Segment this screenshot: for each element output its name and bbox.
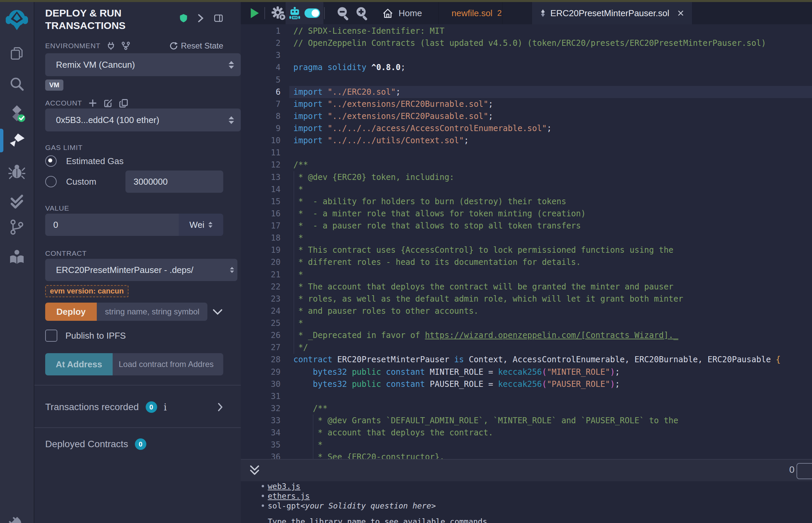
- value-input[interactable]: 0: [45, 214, 179, 236]
- at-address-input[interactable]: Load contract from Addres: [113, 353, 223, 375]
- line-number: 19: [241, 245, 289, 255]
- code-line[interactable]: 35 *: [241, 439, 812, 451]
- code-line[interactable]: 33 * @dev Grants `DEFAULT_ADMIN_ROLE`, `…: [241, 414, 812, 427]
- code-line[interactable]: 31: [241, 390, 812, 402]
- sidebar-item-file-explorer[interactable]: [0, 44, 34, 63]
- code-line[interactable]: 17 * - a pauser role that allows to stop…: [241, 220, 812, 232]
- code-line[interactable]: 9import "../../../access/AccessControlEn…: [241, 122, 812, 134]
- code-line[interactable]: 23 * roles, as well as the default admin…: [241, 293, 812, 305]
- estimated-gas-option[interactable]: Estimated Gas: [45, 154, 223, 168]
- terminal-link[interactable]: ethers.js: [268, 492, 310, 501]
- code-line[interactable]: 3: [241, 49, 812, 61]
- edit-icon[interactable]: [104, 98, 113, 108]
- ai-toggle-switch[interactable]: [304, 8, 320, 18]
- code-line[interactable]: 11: [241, 147, 812, 159]
- plus-icon[interactable]: [88, 98, 98, 108]
- deploy-button[interactable]: Deploy: [45, 303, 97, 321]
- code-line[interactable]: 19 * This contract uses {AccessControl} …: [241, 244, 812, 256]
- custom-gas-radio[interactable]: [45, 176, 57, 187]
- code-line[interactable]: 1// SPDX-License-Identifier: MIT: [241, 25, 812, 37]
- sidebar-item-deploy-run[interactable]: [0, 132, 34, 151]
- contract-select[interactable]: ERC20PresetMinterPauser - .deps/: [45, 259, 237, 281]
- code-line[interactable]: 8import "../extensions/ERC20Pausable.sol…: [241, 110, 812, 122]
- remix-logo[interactable]: [0, 7, 34, 32]
- code-line[interactable]: 7import "../extensions/ERC20Burnable.sol…: [241, 98, 812, 110]
- script-config-button[interactable]: [270, 2, 286, 24]
- line-content: * _Deprecated in favor of https://wizard…: [289, 330, 678, 340]
- code-line[interactable]: 5: [241, 74, 812, 86]
- at-address-button[interactable]: At Address: [45, 353, 113, 375]
- code-editor[interactable]: 1// SPDX-License-Identifier: MIT2// Open…: [241, 24, 812, 459]
- code-line[interactable]: 16 * - a minter role that allows for tok…: [241, 208, 812, 220]
- code-line[interactable]: 20 * different roles - head to its docum…: [241, 256, 812, 268]
- code-line[interactable]: 14 *: [241, 183, 812, 196]
- code-line[interactable]: 30 bytes32 public constant PAUSER_ROLE =…: [241, 378, 812, 390]
- terminal-search-input[interactable]: [796, 463, 812, 479]
- code-line[interactable]: 26 * _Deprecated in favor of https://wiz…: [241, 329, 812, 341]
- line-number: 18: [241, 233, 289, 242]
- home-tab[interactable]: Home: [382, 2, 422, 24]
- tab-erc20presetminterpauser[interactable]: ERC20PresetMinterPauser.sol: [532, 2, 692, 24]
- sidebar-item-learneth[interactable]: [0, 247, 34, 268]
- run-script-button[interactable]: [249, 2, 260, 24]
- chevron-down-icon[interactable]: [212, 308, 223, 316]
- code-line[interactable]: 6import "../ERC20.sol";: [241, 86, 812, 98]
- chevron-right-icon[interactable]: [198, 13, 204, 23]
- value-unit-select[interactable]: Wei: [179, 214, 223, 236]
- publish-ipfs-row[interactable]: Publish to IPFS: [45, 329, 223, 342]
- deploy-args-input[interactable]: string name, string symbol: [97, 303, 207, 321]
- environment-select[interactable]: Remix VM (Cancun): [45, 53, 241, 76]
- copy-icon[interactable]: [119, 98, 128, 108]
- terminal-link[interactable]: web3.js: [268, 482, 300, 491]
- code-line[interactable]: 12/**: [241, 159, 812, 171]
- code-line[interactable]: 10import "../../../utils/Context.sol";: [241, 134, 812, 147]
- shield-icon[interactable]: [179, 13, 188, 23]
- zoom-in-button[interactable]: [355, 2, 370, 24]
- sidebar-item-solidity-compiler[interactable]: [0, 103, 34, 123]
- estimated-gas-radio[interactable]: [45, 155, 57, 167]
- custom-gas-option[interactable]: Custom 3000000: [45, 170, 223, 193]
- sidebar-item-debugger[interactable]: [0, 162, 34, 181]
- publish-ipfs-checkbox[interactable]: [45, 329, 57, 342]
- code-line[interactable]: 27 */: [241, 341, 812, 354]
- bullet-icon: [262, 504, 264, 507]
- reset-state-button[interactable]: Reset State: [169, 41, 223, 51]
- code-line[interactable]: 36 * See {ERC20-constructor}.: [241, 451, 812, 459]
- account-select[interactable]: 0x5B3...eddC4 (100 ether): [45, 109, 241, 131]
- code-line[interactable]: 13 * @dev {ERC20} token, including:: [241, 171, 812, 183]
- terminal-bar[interactable]: 0: [241, 459, 812, 481]
- code-line[interactable]: 29 bytes32 public constant MINTER_ROLE =…: [241, 366, 812, 378]
- line-content: * - a pauser role that allows to stop al…: [289, 221, 581, 231]
- info-icon[interactable]: i: [164, 402, 167, 413]
- zoom-out-button[interactable]: [336, 2, 351, 24]
- ai-assistant-icon[interactable]: [289, 7, 300, 20]
- code-line[interactable]: 21 *: [241, 269, 812, 281]
- terminal-collapse-button[interactable]: [249, 464, 260, 479]
- code-line[interactable]: 2// OpenZeppelin Contracts (last updated…: [241, 37, 812, 49]
- plug-icon[interactable]: [107, 41, 115, 50]
- custom-gas-input[interactable]: 3000000: [125, 170, 223, 193]
- code-line[interactable]: 32 /**: [241, 402, 812, 414]
- transactions-recorded-row[interactable]: Transactions recorded 0 i: [45, 400, 223, 414]
- fork-icon[interactable]: [121, 41, 130, 50]
- deployed-contracts-row[interactable]: Deployed Contracts 0: [45, 437, 223, 451]
- code-line[interactable]: 22 * The account that deploys the contra…: [241, 281, 812, 293]
- terminal-output[interactable]: web3.jsethers.jssol-gpt <your Solidity q…: [241, 481, 812, 523]
- line-number: 28: [241, 355, 289, 364]
- code-line[interactable]: 4pragma solidity ^0.8.0;: [241, 61, 812, 73]
- sidebar-item-git[interactable]: [0, 218, 34, 237]
- code-line[interactable]: 24 * and pauser roles to other accounts.: [241, 305, 812, 317]
- expand-chevron-icon[interactable]: [217, 402, 223, 412]
- sidebar-item-search[interactable]: [0, 75, 34, 93]
- code-line[interactable]: 18 *: [241, 232, 812, 244]
- code-line[interactable]: 25 *: [241, 317, 812, 329]
- sidebar-item-plugin-manager[interactable]: [0, 516, 34, 523]
- code-line[interactable]: 28contract ERC20PresetMinterPauser is Co…: [241, 354, 812, 366]
- sidebar-item-unit-testing[interactable]: [0, 191, 34, 210]
- line-content: *: [289, 185, 303, 194]
- pin-panel-icon[interactable]: [214, 13, 223, 23]
- tab-newfile[interactable]: newfile.sol 2: [438, 2, 502, 24]
- close-icon[interactable]: [677, 9, 684, 17]
- code-line[interactable]: 34 * account that deploys the contract.: [241, 427, 812, 439]
- code-line[interactable]: 15 * - ability for holders to burn (dest…: [241, 196, 812, 208]
